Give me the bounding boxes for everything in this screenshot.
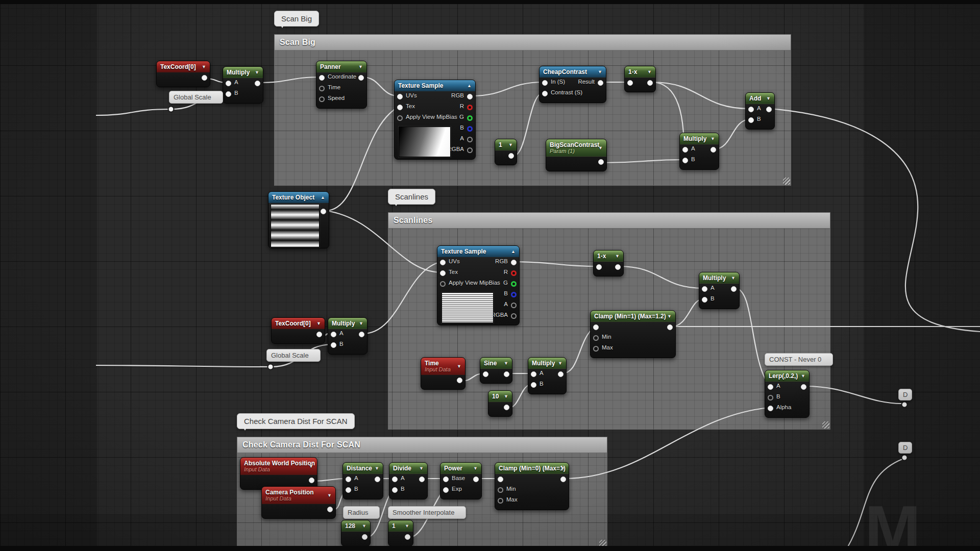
node-header[interactable]: Sine▼ — [480, 358, 512, 369]
wire-18[interactable] — [96, 365, 270, 367]
wire-14[interactable] — [326, 211, 442, 272]
node-header[interactable]: Absolute World PositionInput Data▼ — [240, 458, 317, 475]
node-distance[interactable]: Distance▼AB — [342, 462, 383, 499]
node-header[interactable]: 1-x▼ — [594, 251, 623, 262]
node-header[interactable]: Multiply▼ — [680, 133, 719, 144]
node-multiply-a[interactable]: Multiply▼AB — [223, 66, 263, 104]
bubble-const-never-0[interactable]: CONST - Never 0 — [765, 353, 833, 366]
pin-out-RGB[interactable] — [467, 94, 473, 99]
node-header[interactable]: BigScanContrastParam (1)▼ — [546, 139, 606, 157]
pin-out-0[interactable] — [560, 477, 566, 482]
pin-out-0[interactable] — [558, 371, 564, 377]
node-time[interactable]: TimeInput Data▼ — [421, 357, 465, 390]
pin-in-B[interactable] — [768, 395, 773, 400]
pin-out-0[interactable] — [457, 378, 462, 383]
collapse-down-icon[interactable]: ▼ — [598, 145, 603, 151]
collapse-down-icon[interactable]: ▼ — [316, 321, 321, 326]
pin-out-0[interactable] — [202, 75, 207, 81]
node-add[interactable]: Add▼AB — [745, 92, 775, 130]
node-sine[interactable]: Sine▼ — [480, 357, 512, 384]
node-header[interactable]: Multiply▼ — [528, 358, 566, 369]
node-one-minus-x-a[interactable]: 1-x▼ — [624, 66, 656, 92]
wire-28[interactable] — [313, 479, 347, 481]
pin-out-RGBA[interactable] — [511, 313, 517, 319]
node-header[interactable]: Panner▼ — [316, 61, 366, 72]
reroute-node-3[interactable] — [902, 455, 908, 461]
collapse-down-icon[interactable]: ▼ — [647, 69, 652, 74]
pin-in-A[interactable] — [392, 477, 398, 482]
collapse-down-icon[interactable]: ▼ — [255, 70, 259, 75]
collapse-down-icon[interactable]: ▼ — [405, 523, 409, 529]
pin-in-Contrast (S)[interactable] — [542, 91, 548, 96]
bubble-d-tag-1[interactable]: D — [898, 389, 912, 400]
collapse-down-icon[interactable]: ▼ — [327, 493, 332, 498]
node-header[interactable]: Multiply▼ — [699, 272, 739, 284]
collapse-down-icon[interactable]: ▼ — [508, 142, 513, 147]
pin-out-0[interactable] — [731, 286, 737, 292]
node-header[interactable]: Add▼ — [746, 93, 774, 104]
pin-out-0[interactable] — [419, 477, 425, 482]
node-texcoord-0-b[interactable]: TexCoord[0]▼ — [271, 317, 325, 344]
node-texture-sample-b[interactable]: Texture Sample▲UVsTexApply View MipBiasR… — [437, 245, 520, 325]
wire-4[interactable] — [362, 77, 399, 96]
pin-in-A[interactable] — [226, 81, 231, 86]
collapse-down-icon[interactable]: ▼ — [457, 364, 461, 369]
pin-in-0[interactable] — [593, 324, 599, 330]
collapse-up-icon[interactable]: ▲ — [321, 195, 325, 200]
node-divide[interactable]: Divide▼AB — [389, 462, 428, 499]
pin-in-Apply View MipBias[interactable] — [397, 115, 403, 121]
node-header[interactable]: 1▼ — [495, 139, 517, 151]
pin-in-A[interactable] — [531, 371, 536, 377]
pin-out-0[interactable] — [508, 153, 514, 159]
collapse-down-icon[interactable]: ▼ — [710, 136, 715, 141]
wire-15[interactable] — [363, 262, 442, 334]
node-header[interactable]: Clamp (Min=1) (Max=1.2)▼ — [591, 311, 675, 322]
wire-6[interactable] — [512, 93, 544, 157]
node-power[interactable]: Power▼BaseExp — [440, 462, 482, 499]
collapse-down-icon[interactable]: ▼ — [202, 64, 206, 69]
bubble-smoother-interpolate[interactable]: Smoother Interpolate — [388, 506, 466, 519]
node-header[interactable]: Distance▼ — [343, 463, 383, 474]
node-big-scan-contrast[interactable]: BigScanContrastParam (1)▼ — [546, 139, 607, 171]
pin-in-A[interactable] — [768, 384, 773, 390]
wire-20[interactable] — [619, 266, 703, 288]
node-const-1-b[interactable]: 1▼ — [388, 520, 413, 546]
pin-out-A[interactable] — [511, 303, 517, 308]
node-multiply-c[interactable]: Multiply▼AB — [699, 272, 740, 309]
pin-out-0[interactable] — [647, 80, 653, 86]
wire-12[interactable] — [770, 109, 980, 332]
pin-out-0[interactable] — [473, 477, 479, 482]
pin-in-A[interactable] — [702, 286, 707, 292]
collapse-down-icon[interactable]: ▼ — [309, 464, 313, 469]
node-header[interactable]: Multiply▼ — [223, 67, 263, 78]
node-const-10[interactable]: 10▼ — [488, 390, 512, 417]
node-const-1-a[interactable]: 1▼ — [495, 139, 517, 165]
pin-in-B[interactable] — [682, 158, 688, 163]
node-header[interactable]: TexCoord[0]▼ — [157, 61, 210, 72]
pin-in-A[interactable] — [346, 477, 351, 482]
reroute-node-1[interactable] — [268, 364, 274, 370]
pin-in-A[interactable] — [682, 147, 688, 153]
node-one-minus-x-b[interactable]: 1-x▼ — [593, 250, 624, 277]
comment-tag-scanlines[interactable]: Scanlines — [388, 189, 435, 205]
pin-in-0[interactable] — [596, 264, 602, 270]
node-header[interactable]: Power▼ — [440, 463, 481, 474]
pin-out-0[interactable] — [359, 332, 364, 337]
pin-in-A[interactable] — [331, 332, 336, 337]
node-header[interactable]: 1-x▼ — [625, 66, 655, 78]
collapse-down-icon[interactable]: ▼ — [558, 361, 562, 366]
bubble-global-scale-1[interactable]: Global Scale — [169, 91, 223, 104]
wire-10[interactable] — [602, 160, 684, 163]
node-multiply-e[interactable]: Multiply▼AB — [528, 357, 567, 394]
pin-in-Speed[interactable] — [319, 96, 325, 102]
node-absolute-world-position[interactable]: Absolute World PositionInput Data▼ — [240, 457, 317, 490]
pin-in-B[interactable] — [392, 487, 398, 493]
node-multiply-d[interactable]: Multiply▼AB — [328, 317, 368, 355]
pin-out-0[interactable] — [615, 264, 621, 270]
pin-in-UVs[interactable] — [397, 94, 403, 99]
node-header[interactable]: TexCoord[0]▼ — [272, 318, 325, 329]
pin-in-A[interactable] — [748, 107, 754, 112]
wire-35[interactable] — [565, 408, 769, 479]
node-header[interactable]: Divide▼ — [389, 463, 427, 474]
pin-out-R[interactable] — [467, 105, 473, 110]
